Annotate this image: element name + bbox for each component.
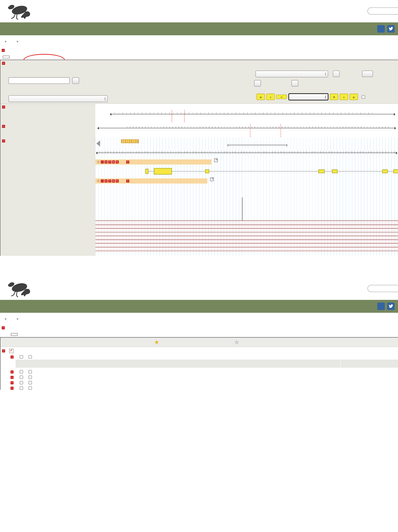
popout-track-icon[interactable] bbox=[210, 177, 214, 181]
save-snapshot-button[interactable] bbox=[254, 80, 261, 87]
track-config-icon[interactable] bbox=[108, 160, 111, 164]
details-canvas[interactable] bbox=[95, 138, 398, 256]
collapse-search-icon[interactable] bbox=[2, 62, 5, 65]
zoom-out-button[interactable] bbox=[276, 95, 287, 99]
file-menu[interactable] bbox=[5, 317, 6, 321]
show-favorites-link[interactable] bbox=[153, 340, 159, 345]
collapse-section-icon[interactable] bbox=[11, 381, 13, 384]
scroll-far-left-button[interactable] bbox=[257, 94, 265, 100]
all-on-checkbox[interactable] bbox=[20, 375, 23, 379]
overview-canvas[interactable] bbox=[95, 104, 398, 123]
tab-preferences[interactable] bbox=[44, 333, 50, 336]
facebook-icon[interactable] bbox=[377, 25, 385, 32]
site-header bbox=[0, 0, 398, 22]
tab-browser[interactable] bbox=[3, 56, 9, 58]
collapse-section-icon[interactable] bbox=[11, 355, 13, 358]
all-on-checkbox[interactable] bbox=[20, 381, 23, 384]
panel-a bbox=[0, 0, 398, 278]
tracks-header bbox=[2, 349, 398, 353]
configure-button[interactable] bbox=[333, 70, 340, 77]
track-edit-icon[interactable] bbox=[116, 160, 119, 164]
collapse-track-icon[interactable] bbox=[101, 160, 104, 164]
landmark-input[interactable] bbox=[8, 77, 70, 84]
track-config-icon[interactable] bbox=[108, 179, 111, 183]
xenbase-logo[interactable] bbox=[6, 279, 33, 298]
zoom-in-button[interactable] bbox=[330, 94, 338, 100]
collapse-tracks-icon[interactable] bbox=[2, 349, 5, 352]
tab-community-tracks[interactable] bbox=[28, 56, 34, 58]
track-share-icon[interactable] bbox=[112, 160, 115, 164]
popout-track-icon[interactable] bbox=[214, 158, 218, 162]
tab-select-tracks[interactable] bbox=[11, 333, 18, 336]
chipseq-signal-plot bbox=[95, 196, 398, 221]
load-snapshot-button[interactable] bbox=[291, 80, 298, 87]
help-menu[interactable] bbox=[17, 40, 18, 43]
all-on-checkbox[interactable] bbox=[20, 386, 23, 390]
genes-search-box[interactable] bbox=[367, 285, 398, 292]
data-source-select[interactable] bbox=[8, 95, 108, 102]
menubar bbox=[0, 35, 398, 47]
collapse-region-icon[interactable] bbox=[2, 125, 5, 128]
gene-model[interactable] bbox=[143, 168, 398, 175]
collapse-track-icon[interactable] bbox=[101, 179, 104, 183]
tab-community-tracks[interactable] bbox=[28, 333, 34, 336]
xenbase-logo[interactable] bbox=[6, 1, 33, 20]
scroll-zoom-controls bbox=[254, 93, 366, 100]
collapse-section-icon[interactable] bbox=[11, 376, 13, 379]
all-off-checkbox[interactable] bbox=[29, 355, 32, 359]
close-track-icon[interactable] bbox=[104, 160, 108, 164]
tab-browser[interactable] bbox=[3, 333, 9, 336]
favorites-star-icon bbox=[154, 340, 159, 345]
collapse-page-icon[interactable] bbox=[2, 49, 5, 52]
facebook-icon[interactable] bbox=[377, 303, 385, 310]
scroll-far-right-button[interactable] bbox=[349, 94, 358, 100]
file-menu[interactable] bbox=[5, 40, 6, 43]
tab-custom-tracks[interactable] bbox=[36, 56, 42, 58]
region-canvas[interactable] bbox=[95, 123, 398, 138]
clear-favorites-link[interactable] bbox=[233, 340, 239, 345]
all-off-checkbox[interactable] bbox=[29, 386, 32, 390]
select-stepper-icon bbox=[325, 95, 326, 99]
scroll-right-button[interactable] bbox=[340, 94, 348, 100]
zoom-window-select[interactable] bbox=[289, 93, 328, 100]
tracks-check-icon[interactable] bbox=[9, 349, 13, 353]
menubar bbox=[0, 313, 398, 324]
site-header bbox=[0, 278, 398, 300]
collapse-details-icon[interactable] bbox=[2, 139, 5, 142]
collapse-page-icon[interactable] bbox=[2, 326, 5, 329]
all-off-checkbox[interactable] bbox=[29, 375, 32, 379]
track-share-icon[interactable] bbox=[112, 179, 115, 183]
collapse-overview-icon[interactable] bbox=[2, 105, 5, 108]
scroll-left-button[interactable] bbox=[266, 94, 275, 100]
collapse-section-icon[interactable] bbox=[11, 386, 13, 390]
track-help-icon[interactable] bbox=[126, 179, 129, 183]
tab-select-tracks[interactable] bbox=[12, 56, 18, 58]
flip-checkbox[interactable] bbox=[362, 95, 365, 99]
genes-search-box[interactable] bbox=[367, 7, 398, 15]
tab-custom-tracks[interactable] bbox=[36, 333, 42, 336]
track-favorite-icon[interactable] bbox=[97, 160, 100, 164]
go-button[interactable] bbox=[362, 70, 373, 77]
region-section-label bbox=[0, 123, 95, 138]
all-on-checkbox[interactable] bbox=[20, 370, 23, 374]
search-button[interactable] bbox=[72, 77, 79, 84]
pan-left-arrow[interactable] bbox=[96, 140, 100, 146]
all-off-checkbox[interactable] bbox=[29, 370, 32, 374]
tab-snapshots[interactable] bbox=[20, 56, 26, 58]
close-track-icon[interactable] bbox=[104, 179, 108, 183]
details-row bbox=[0, 138, 398, 256]
tab-snapshots[interactable] bbox=[20, 333, 26, 336]
all-off-checkbox[interactable] bbox=[29, 381, 32, 384]
track-favorite-icon[interactable] bbox=[97, 179, 100, 183]
collapse-section-icon[interactable] bbox=[11, 370, 13, 373]
twitter-icon[interactable] bbox=[387, 25, 395, 32]
track-edit-icon[interactable] bbox=[116, 179, 119, 183]
region-row bbox=[0, 123, 398, 138]
twitter-icon[interactable] bbox=[387, 303, 395, 310]
selection-mini-ruler bbox=[121, 139, 139, 143]
all-on-checkbox[interactable] bbox=[20, 355, 23, 359]
tab-preferences[interactable] bbox=[44, 56, 50, 58]
track-help-icon[interactable] bbox=[126, 160, 129, 164]
fasta-select[interactable] bbox=[256, 70, 328, 77]
help-menu[interactable] bbox=[17, 317, 18, 321]
